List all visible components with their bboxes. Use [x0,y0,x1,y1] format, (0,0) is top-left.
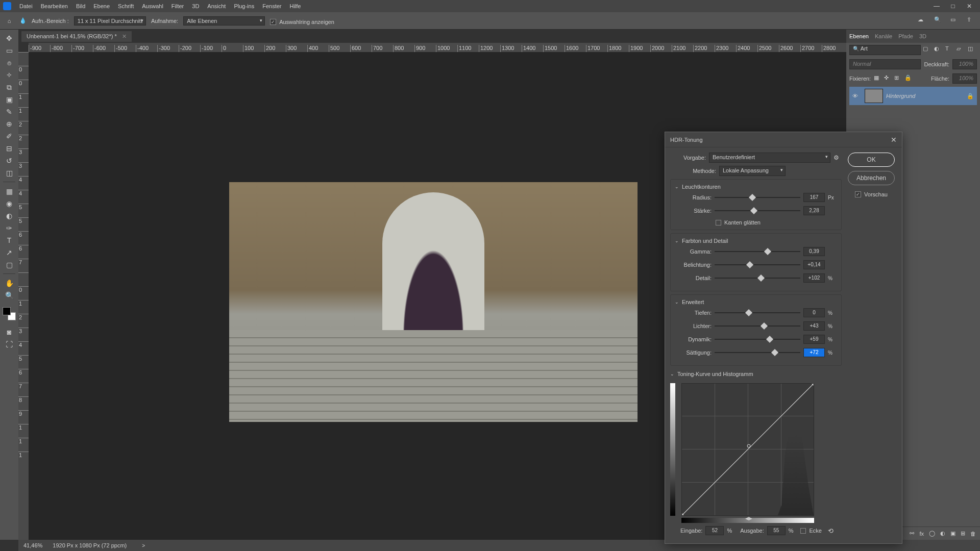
layer-name[interactable]: Hintergrund [886,93,964,99]
fill-field[interactable]: 100% [952,73,977,84]
pen-tool-icon[interactable]: ✑ [2,222,16,234]
tab-3d[interactable]: 3D [919,33,926,39]
cloud-icon[interactable]: ☁ [918,16,927,26]
gradient-tool-icon[interactable]: ▦ [2,186,16,197]
tab-kanaele[interactable]: Kanäle [875,33,892,39]
saturation-slider[interactable] [715,349,800,356]
vibrance-input[interactable]: +59 [803,335,825,344]
layer-row-background[interactable]: 👁 Hintergrund 🔒 [849,87,977,105]
menu-ebene[interactable]: Ebene [89,3,114,9]
document-tab[interactable]: Unbenannt-1 bei 41,5% (RGB/32*) * ✕ [21,31,132,42]
layer-thumbnail[interactable] [865,89,883,103]
exposure-input[interactable]: +0,14 [803,260,825,269]
tab-pfade[interactable]: Pfade [898,33,913,39]
radius-input[interactable]: 167 [803,193,825,202]
statusbar-flyout-icon[interactable]: > [142,543,145,548]
link-layers-icon[interactable]: ⚯ [910,530,914,537]
path-tool-icon[interactable]: ↗ [2,247,16,258]
menu-bearbeiten[interactable]: Bearbeiten [37,3,72,9]
foreground-swatch[interactable] [3,307,11,315]
dodge-tool-icon[interactable]: ◐ [2,210,16,221]
curve-reset-icon[interactable]: ⟲ [828,527,834,535]
preset-dropdown[interactable]: Benutzerdefiniert [709,153,830,163]
smooth-edges-checkbox[interactable]: Kanten glätten [716,219,837,226]
detail-slider[interactable] [715,274,800,282]
menu-schrift[interactable]: Schrift [114,3,138,9]
menu-3d[interactable]: 3D [188,3,203,9]
filter-type-icon[interactable]: T [945,45,954,55]
ok-button[interactable]: OK [848,153,895,167]
home-icon[interactable]: ⌂ [4,16,14,26]
workspace-icon[interactable]: ▭ [950,16,960,26]
sample-dropdown[interactable]: Alle Ebenen [183,16,265,26]
layer-lock-icon[interactable]: 🔒 [967,93,974,99]
brush-tool-icon[interactable]: ✐ [2,131,16,142]
tone-curve[interactable] [681,383,814,516]
vibrance-slider[interactable] [715,336,800,343]
shape-tool-icon[interactable]: ▢ [2,259,16,270]
shadow-input[interactable]: 0 [803,308,825,317]
tool-preset-icon[interactable]: 💧 [19,17,27,24]
method-dropdown[interactable]: Lokale Anpassung [719,166,786,176]
eyedropper-tool-icon[interactable]: ✎ [2,106,16,117]
curve-line[interactable] [682,384,814,515]
filter-image-icon[interactable]: ▢ [923,45,932,55]
blur-tool-icon[interactable]: ◉ [2,198,16,209]
highlight-input[interactable]: +43 [803,321,825,331]
section-tone-caret-icon[interactable]: ⌄ [675,238,679,243]
tab-ebenen[interactable]: Ebenen [849,33,869,39]
opacity-field[interactable]: 100% [952,59,977,69]
share-icon[interactable]: ⇪ [967,16,976,26]
adjustment-layer-icon[interactable]: ◐ [940,530,945,537]
menu-auswahl[interactable]: Auswahl [138,3,167,9]
curve-midpoint-handle[interactable]: ◀▶ [745,516,752,521]
doc-info[interactable]: 1920 Px x 1080 Px (72 ppcm) [53,542,127,548]
radius-slider[interactable] [715,194,800,201]
curve-output-field[interactable]: 55 [767,526,786,535]
corner-checkbox[interactable]: Ecke [800,528,821,534]
lasso-tool-icon[interactable]: ⌾ [2,57,16,68]
strength-slider[interactable] [715,207,800,214]
gamma-input[interactable]: 0,39 [803,247,825,256]
crop-tool-icon[interactable]: ⧉ [2,82,16,93]
close-window-button[interactable]: ✕ [962,2,977,11]
delete-layer-icon[interactable]: 🗑 [970,531,976,537]
exposure-slider[interactable] [715,261,800,268]
color-swatches[interactable] [3,307,16,320]
move-tool-icon[interactable]: ✥ [2,33,16,44]
filter-shape-icon[interactable]: ▱ [957,45,966,55]
minimize-button[interactable]: — [929,2,944,11]
menu-fenster[interactable]: Fenster [258,3,285,9]
dialog-close-icon[interactable]: ✕ [891,136,897,144]
layer-filter-dropdown[interactable]: 🔍 Art [849,45,921,55]
lock-all-icon[interactable]: 🔒 [904,74,913,83]
layer-fx-icon[interactable]: fx [919,531,924,537]
lock-pixels-icon[interactable]: ▦ [874,74,882,83]
curve-input-field[interactable]: 52 [705,526,724,535]
screenmode-icon[interactable]: ⛶ [2,339,16,350]
lock-position-icon[interactable]: ✜ [884,74,892,83]
document-tab-close-icon[interactable]: ✕ [122,33,127,40]
layer-group-icon[interactable]: ▣ [950,530,955,537]
dialog-titlebar[interactable]: HDR-Tonung ✕ [665,132,902,147]
layer-mask-icon[interactable]: ◯ [929,530,935,537]
history-brush-tool-icon[interactable]: ↺ [2,155,16,166]
marquee-tool-icon[interactable]: ▭ [2,45,16,56]
lock-artboard-icon[interactable]: ⊞ [894,74,902,83]
filter-smart-icon[interactable]: ◫ [968,45,977,55]
preset-menu-icon[interactable]: ⚙ [834,154,842,161]
saturation-input[interactable]: +72 [803,348,825,357]
menu-plugins[interactable]: Plug-ins [230,3,258,9]
filter-adjust-icon[interactable]: ◐ [934,45,943,55]
gamma-slider[interactable] [715,248,800,255]
frame-tool-icon[interactable]: ▣ [2,94,16,105]
maximize-button[interactable]: □ [945,2,961,11]
detail-input[interactable]: +102 [803,273,825,283]
cancel-button[interactable]: Abbrechen [848,171,895,185]
eraser-tool-icon[interactable]: ◫ [2,167,16,179]
type-tool-icon[interactable]: T [2,235,16,246]
blend-mode-dropdown[interactable]: Normal [849,59,921,69]
show-ring-checkbox[interactable]: ✓Auswahlring anzeigen [270,19,334,25]
wand-tool-icon[interactable]: ✧ [2,69,16,81]
menu-ansicht[interactable]: Ansicht [203,3,230,9]
